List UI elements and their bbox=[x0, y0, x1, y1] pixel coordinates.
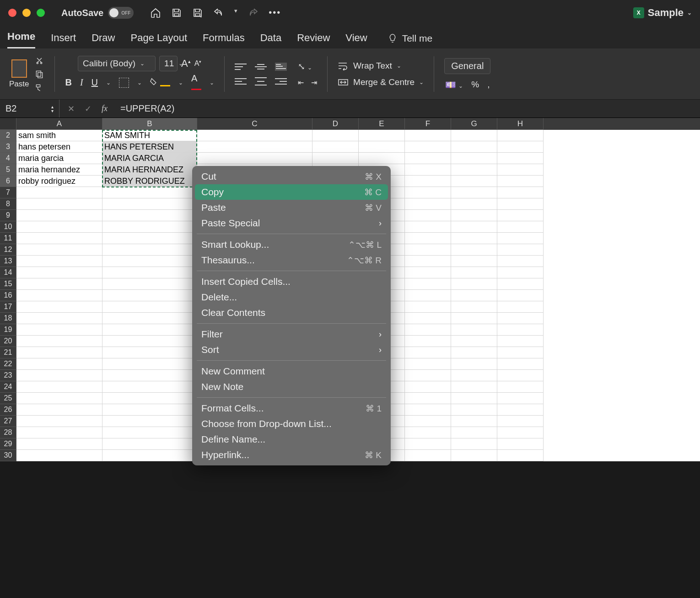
cell-B16[interactable] bbox=[102, 290, 197, 301]
menu-item-sort[interactable]: Sort› bbox=[195, 342, 388, 358]
row-header[interactable]: 16 bbox=[0, 290, 16, 301]
home-icon[interactable] bbox=[150, 7, 161, 18]
row-header[interactable]: 22 bbox=[0, 358, 16, 370]
cell-G30[interactable] bbox=[451, 450, 497, 461]
cell-B13[interactable] bbox=[102, 256, 197, 267]
cell-F8[interactable] bbox=[405, 198, 451, 210]
cell-G6[interactable] bbox=[451, 176, 497, 187]
cell-A9[interactable] bbox=[16, 210, 102, 221]
cell-F23[interactable] bbox=[405, 370, 451, 381]
font-color-button[interactable]: A bbox=[191, 73, 201, 92]
cell-H30[interactable] bbox=[497, 450, 544, 461]
fill-color-button[interactable] bbox=[150, 77, 170, 88]
more-icon[interactable]: ••• bbox=[269, 7, 281, 18]
row-header[interactable]: 23 bbox=[0, 370, 16, 381]
cell-A23[interactable] bbox=[16, 370, 102, 381]
cell-H4[interactable] bbox=[497, 153, 544, 164]
menu-item-paste-special[interactable]: Paste Special› bbox=[195, 215, 388, 231]
cell-H18[interactable] bbox=[497, 313, 544, 324]
cell-B21[interactable] bbox=[102, 347, 197, 358]
decrease-indent-button[interactable]: ⇤ bbox=[298, 78, 304, 87]
row-header[interactable]: 6 bbox=[0, 176, 16, 187]
cell-A15[interactable] bbox=[16, 278, 102, 290]
cell-F7[interactable] bbox=[405, 187, 451, 198]
cell-G4[interactable] bbox=[451, 153, 497, 164]
cell-C4[interactable] bbox=[197, 153, 312, 164]
save-as-icon[interactable] bbox=[192, 7, 203, 18]
save-icon[interactable] bbox=[171, 7, 182, 18]
cell-A6[interactable]: robby rodriguez bbox=[16, 176, 102, 187]
undo-dropdown[interactable]: ▾ bbox=[234, 7, 237, 18]
cell-H14[interactable] bbox=[497, 267, 544, 278]
cell-F5[interactable] bbox=[405, 164, 451, 176]
align-middle-button[interactable] bbox=[255, 63, 267, 71]
cell-A10[interactable] bbox=[16, 221, 102, 233]
cell-G23[interactable] bbox=[451, 370, 497, 381]
cell-A13[interactable] bbox=[16, 256, 102, 267]
cell-A7[interactable] bbox=[16, 187, 102, 198]
cell-G26[interactable] bbox=[451, 404, 497, 416]
menu-item-paste[interactable]: Paste⌘ V bbox=[195, 200, 388, 215]
cell-B24[interactable] bbox=[102, 381, 197, 393]
wrap-text-button[interactable]: Wrap Text ⌄ bbox=[338, 61, 401, 71]
cell-B10[interactable] bbox=[102, 221, 197, 233]
cell-F2[interactable] bbox=[405, 130, 451, 141]
cell-H10[interactable] bbox=[497, 221, 544, 233]
cell-H20[interactable] bbox=[497, 336, 544, 347]
cell-A24[interactable] bbox=[16, 381, 102, 393]
cell-F15[interactable] bbox=[405, 278, 451, 290]
cell-A14[interactable] bbox=[16, 267, 102, 278]
cell-B2[interactable]: SAM SMITH bbox=[102, 130, 197, 141]
cell-G19[interactable] bbox=[451, 324, 497, 336]
cell-D4[interactable] bbox=[312, 153, 359, 164]
format-painter-icon[interactable] bbox=[34, 83, 44, 92]
cell-B3[interactable]: HANS PETERSEN bbox=[102, 141, 197, 153]
select-all-corner[interactable] bbox=[0, 118, 16, 130]
cell-B29[interactable] bbox=[102, 438, 197, 450]
tab-view[interactable]: View bbox=[345, 27, 367, 48]
cell-H11[interactable] bbox=[497, 233, 544, 244]
menu-item-define-name[interactable]: Define Name... bbox=[195, 432, 388, 447]
cell-B6[interactable]: ROBBY RODRIGUEZ bbox=[102, 176, 197, 187]
cell-G16[interactable] bbox=[451, 290, 497, 301]
cell-B30[interactable] bbox=[102, 450, 197, 461]
align-right-button[interactable] bbox=[275, 77, 287, 85]
cell-B8[interactable] bbox=[102, 198, 197, 210]
menu-item-filter[interactable]: Filter› bbox=[195, 326, 388, 342]
row-header[interactable]: 25 bbox=[0, 393, 16, 404]
cell-G18[interactable] bbox=[451, 313, 497, 324]
italic-button[interactable]: I bbox=[80, 77, 83, 88]
bold-button[interactable]: B bbox=[65, 77, 71, 88]
row-header[interactable]: 9 bbox=[0, 210, 16, 221]
cell-F16[interactable] bbox=[405, 290, 451, 301]
name-box-arrows[interactable]: ▴▾ bbox=[51, 105, 54, 113]
cell-H19[interactable] bbox=[497, 324, 544, 336]
redo-icon[interactable] bbox=[248, 7, 258, 18]
cell-H21[interactable] bbox=[497, 347, 544, 358]
row-header[interactable]: 13 bbox=[0, 256, 16, 267]
font-color-dropdown[interactable]: ⌄ bbox=[210, 80, 214, 86]
formula-input[interactable]: =UPPER(A2) bbox=[116, 103, 700, 114]
percent-button[interactable]: % bbox=[471, 80, 479, 90]
row-header[interactable]: 15 bbox=[0, 278, 16, 290]
cell-B15[interactable] bbox=[102, 278, 197, 290]
column-header-C[interactable]: C bbox=[197, 118, 312, 130]
cell-F9[interactable] bbox=[405, 210, 451, 221]
cell-A21[interactable] bbox=[16, 347, 102, 358]
close-window-button[interactable] bbox=[8, 9, 16, 17]
cell-H25[interactable] bbox=[497, 393, 544, 404]
cell-G17[interactable] bbox=[451, 301, 497, 313]
cell-F22[interactable] bbox=[405, 358, 451, 370]
orientation-button[interactable]: ⤡ ⌄ bbox=[298, 61, 317, 72]
border-dropdown[interactable]: ⌄ bbox=[137, 80, 142, 86]
menu-item-copy[interactable]: Copy⌘ C bbox=[195, 184, 388, 200]
cell-H15[interactable] bbox=[497, 278, 544, 290]
cell-B12[interactable] bbox=[102, 244, 197, 256]
cell-F14[interactable] bbox=[405, 267, 451, 278]
cell-A19[interactable] bbox=[16, 324, 102, 336]
cell-B26[interactable] bbox=[102, 404, 197, 416]
row-header[interactable]: 5 bbox=[0, 164, 16, 176]
cell-A22[interactable] bbox=[16, 358, 102, 370]
cell-F3[interactable] bbox=[405, 141, 451, 153]
cell-G28[interactable] bbox=[451, 427, 497, 438]
